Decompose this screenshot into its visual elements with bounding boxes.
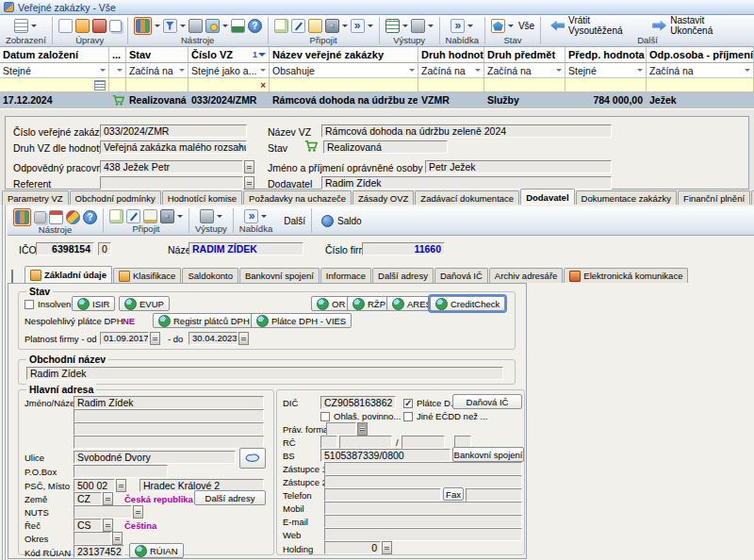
nazev-vz-field[interactable]: Rámcová dohoda na údržbu zeleně 2024 (321, 124, 612, 138)
edit-record-icon[interactable] (75, 19, 90, 33)
platce-vies-button[interactable]: Plátce DPH - VIES (251, 313, 352, 328)
rc-field-2[interactable] (339, 436, 392, 449)
filter-condition-druh-predmet[interactable]: Začíná na (484, 63, 566, 78)
subtab-informace[interactable]: Informace (320, 268, 371, 283)
platnost-od-field[interactable]: 01.09.2017 (100, 332, 149, 345)
delete-record-icon[interactable] (92, 19, 107, 33)
rzp-button[interactable]: RŽP (347, 296, 391, 311)
filter-input-datum[interactable] (0, 78, 109, 92)
tab-parametry-vz[interactable]: Parametry VZ (2, 190, 69, 206)
document-icon[interactable] (308, 19, 322, 33)
tab-zasady-ovz[interactable]: Zásady OVZ (352, 190, 414, 206)
pen-icon[interactable] (291, 19, 305, 33)
column-header-druh-predmet[interactable]: Druh předmět (484, 47, 566, 63)
rc-field-1[interactable] (320, 436, 337, 449)
export-icon[interactable] (385, 19, 400, 33)
isir-button[interactable]: ISIR (72, 296, 115, 311)
note-icon[interactable] (109, 209, 123, 223)
tab-hodnotici-komise[interactable]: Hodnotící komise (162, 190, 242, 206)
cell-odp-osoba[interactable]: Ježek (647, 92, 754, 108)
column-header-icons[interactable]: ... (109, 47, 126, 63)
psc-lookup-button[interactable] (116, 479, 126, 492)
filter-input-stav[interactable] (126, 78, 188, 92)
fax-button[interactable]: Fax (443, 487, 464, 501)
subtab-zakladni-udaje[interactable]: Základní údaje (25, 266, 112, 283)
or-button[interactable]: OR (311, 296, 351, 311)
state-icon[interactable] (491, 19, 505, 33)
dropdown-arrow-icon[interactable] (177, 215, 183, 221)
dropdown-arrow-icon[interactable] (31, 25, 37, 30)
email-field[interactable] (324, 515, 522, 528)
ulice-field[interactable]: Svobodné Dvory (74, 451, 236, 464)
registr-platcu-button[interactable]: Registr plátců DPH (153, 313, 255, 328)
cell-druh-predmet[interactable]: Služby (484, 92, 566, 108)
column-header-odp-osoba[interactable]: Odp.osoba - příjmení (647, 47, 754, 63)
dropdown-arrow-icon[interactable] (342, 25, 348, 30)
subtab-dalsi-adresy[interactable]: Další adresy (372, 268, 434, 283)
title-bar[interactable]: Veřejné zakázky - Vše (0, 0, 754, 15)
subtab-klasifikace[interactable]: Klasifikace (113, 268, 181, 283)
prav-forma-lookup-button[interactable] (357, 422, 368, 436)
holding-lookup-button[interactable] (382, 541, 392, 554)
table-row[interactable]: 17.12.2024 Realizovaná 033/2024/ZMR Rámc… (0, 92, 754, 108)
cell-stav[interactable]: Realizovaná (126, 92, 188, 108)
dropdown-arrow-icon[interactable] (261, 215, 267, 221)
osoba-field[interactable]: Petr Ježek (425, 160, 612, 173)
org-structure-icon[interactable] (15, 210, 29, 224)
print-icon[interactable] (200, 209, 214, 223)
filter-input-cislo[interactable]: × (188, 78, 270, 92)
history-icon[interactable] (205, 19, 220, 33)
pracovnik-field[interactable]: 438 Ježek Petr (100, 160, 243, 173)
tab-pozadavky[interactable]: Požadavky na uchazeče (243, 190, 352, 206)
zastupce2-field[interactable] (324, 475, 522, 488)
jmeno-field[interactable]: Radim Zídek (74, 396, 264, 409)
state-value[interactable]: Vše (518, 21, 534, 31)
filter-input-predp[interactable] (566, 78, 647, 92)
link-icon[interactable] (351, 19, 365, 33)
dropdown-arrow-icon[interactable] (368, 25, 373, 30)
ohlas-povinnost-checkbox[interactable]: Ohlaš. povinno... (320, 411, 401, 421)
map-button[interactable] (239, 448, 266, 469)
help-icon[interactable] (83, 210, 97, 224)
druh-vz-combo[interactable]: Veřejná zakázka malého rozsahu (100, 140, 247, 154)
output-print-icon[interactable] (411, 19, 425, 33)
dropdown-arrow-icon[interactable] (222, 25, 228, 30)
copy-record-icon[interactable] (109, 20, 122, 32)
tab-dodavatel[interactable]: Dodavatel (520, 189, 574, 206)
jmeno-field-4[interactable] (74, 436, 264, 449)
tab-obchodni-podminky[interactable]: Obchodní podmínky (70, 190, 161, 206)
telefon-field[interactable] (324, 488, 441, 502)
rc-field-3[interactable] (402, 436, 445, 449)
filter-condition-odp-osoba[interactable]: Začíná na (647, 63, 754, 78)
dropdown-arrow-icon[interactable] (428, 25, 434, 30)
filter-condition-predp[interactable]: Stejné (566, 63, 647, 78)
dropdown-arrow-icon[interactable] (180, 25, 186, 30)
cell-status-icon[interactable] (109, 92, 126, 108)
cell-predp-hodnota[interactable]: 784 000,00 (566, 92, 647, 108)
dalsi-adresy-button[interactable]: Další adresy (194, 490, 266, 505)
dropdown-arrow-icon[interactable] (155, 25, 160, 30)
filter-condition-cislo[interactable]: Stejné jako a... (188, 63, 270, 78)
camera-icon[interactable] (325, 19, 339, 33)
rec-field[interactable]: CS (74, 519, 102, 532)
subtab-elektronicka-komunikace[interactable]: Elektronická komunikace (564, 268, 688, 283)
saldo-button[interactable]: Saldo (318, 215, 366, 227)
mobil-field[interactable] (324, 502, 522, 515)
creditcheck-button[interactable]: CreditCheck (430, 296, 505, 311)
subtab-danova-ic[interactable]: Daňová IČ (434, 268, 488, 283)
camera-icon[interactable] (160, 209, 174, 223)
subtab-bankovni-spojeni[interactable]: Bankovní spojení (239, 268, 320, 283)
okres-lookup-button[interactable] (112, 532, 123, 545)
column-header-cislo-vz[interactable]: Číslo VZ 1 (188, 47, 270, 63)
nuts-lookup-button[interactable] (133, 505, 143, 519)
ico-field[interactable]: 6398154 (36, 242, 94, 255)
jmeno-field-3[interactable] (74, 422, 264, 436)
dropdown-arrow-icon[interactable] (508, 25, 514, 30)
holding-field[interactable]: 0 (324, 541, 381, 554)
filter-condition-stav[interactable]: Začíná na (126, 63, 188, 78)
zastupce1-field[interactable] (324, 462, 522, 475)
cell-cislo[interactable]: 033/2024/ZMR (188, 92, 270, 108)
platnost-do-calendar-button[interactable] (238, 332, 249, 345)
tab-dokumentace-zakazky[interactable]: Dokumentace zakázky (576, 190, 678, 206)
platnost-od-calendar-button[interactable] (150, 332, 160, 345)
